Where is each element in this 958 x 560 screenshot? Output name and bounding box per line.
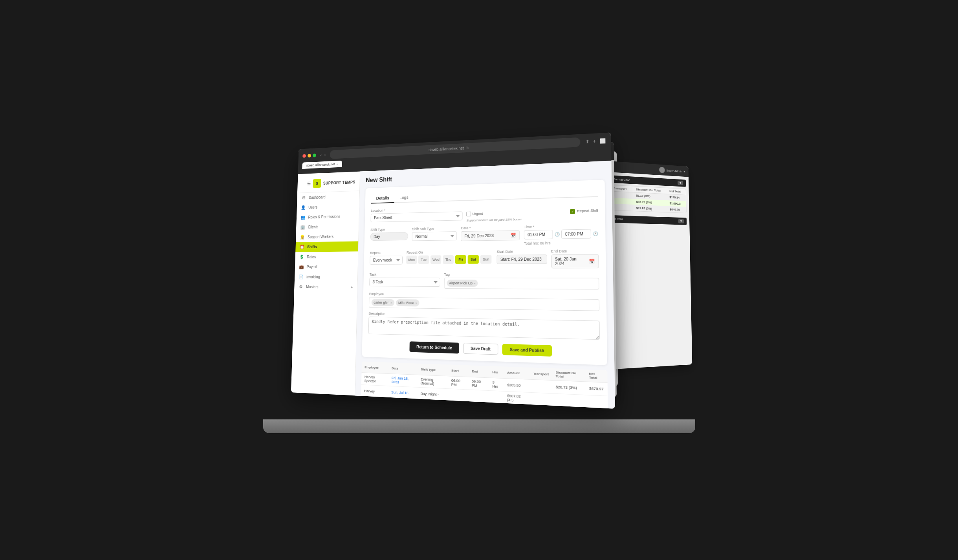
end-date-value: Sat, 20 Jan 2024	[555, 257, 587, 266]
start-date-label: Start Date	[496, 249, 547, 254]
date-link[interactable]: Fri, Jun 16, 2023	[391, 376, 408, 384]
end-date-label: End Date	[551, 249, 599, 253]
cal-end-icon[interactable]: 📅	[589, 258, 595, 264]
date-link2[interactable]: Sun, Jul 16	[391, 390, 408, 395]
support-workers-icon: 👷	[300, 235, 305, 240]
day-wed[interactable]: Wed	[430, 255, 441, 264]
cell-date: Mon, Jul 10, 2023	[388, 398, 417, 409]
shifts-icon: ⏰	[299, 245, 304, 249]
table-cell: $19.82 (3%)	[634, 205, 668, 212]
day-mon[interactable]: Mon	[406, 256, 417, 264]
sidebar-item-invoicing[interactable]: 📄 Invoicing	[294, 272, 357, 282]
employee-name-carter: carter glen	[374, 300, 389, 304]
save-draft-button[interactable]: Save Draft	[463, 343, 498, 355]
window-controls	[302, 154, 316, 158]
col-amount: Amount	[504, 366, 529, 379]
tab-close[interactable]: ×	[336, 163, 338, 166]
sidebar-item-shifts[interactable]: ⏰ Shifts	[295, 241, 358, 252]
return-to-schedule-button[interactable]: Return to Schedule	[409, 341, 459, 353]
sidebar-label-shifts: Shifts	[307, 245, 317, 249]
date-link3[interactable]: Mon, Jul 10, 2023	[391, 401, 410, 409]
location-select[interactable]: Park Street	[370, 211, 462, 222]
shift-sub-type-select[interactable]: Normal	[412, 231, 457, 241]
col-employee: Employee	[361, 361, 388, 373]
tag-pill-airport: Airport Pick Up ×	[447, 280, 478, 287]
col-end: End	[468, 365, 489, 378]
cell-amount: $507.82 (4.5	[504, 391, 530, 405]
shift-type-value: Day	[370, 232, 408, 241]
col-transport: Transport	[529, 368, 552, 381]
tag-remove-airport[interactable]: ×	[474, 282, 476, 285]
sidebar-item-clients[interactable]: 🏢 Clients	[296, 221, 359, 232]
app-layout: ☰ S SUPPORT TEMPS ⊞ Dashboard 👤 Users 👥	[291, 161, 615, 408]
employees-container[interactable]: carter glen × Mike Rose ×	[369, 297, 599, 311]
day-sat[interactable]: Sat	[467, 255, 478, 264]
sidebar-item-rates[interactable]: 💲 Rates	[295, 251, 358, 262]
minimize-dot[interactable]	[308, 154, 311, 158]
masters-icon: ⚙	[298, 284, 303, 289]
employee-pill-carter: carter glen ×	[371, 299, 394, 306]
logo-area: ☰ S SUPPORT TEMPS	[297, 174, 359, 193]
day-sun[interactable]: Sun	[480, 255, 491, 264]
start-date-input[interactable]: Start: Fri, 29 Dec 2023	[496, 254, 547, 264]
tag-label: Tag	[444, 273, 599, 277]
time-end-input[interactable]	[561, 229, 591, 239]
repeat-group: Repeat Every week	[370, 251, 403, 265]
sidebar-item-payroll[interactable]: 💼 Payroll	[295, 262, 357, 272]
day-fri[interactable]: Fri	[455, 255, 466, 264]
nav-arrows[interactable]: ‹ ›	[320, 152, 326, 158]
tab-logs[interactable]: Logs	[394, 192, 413, 203]
close-dot[interactable]	[302, 154, 306, 158]
users-icon: 👤	[300, 205, 306, 210]
sidebar-label-dashboard: Dashboard	[308, 195, 325, 200]
repeat-shift-checkbox[interactable]: ✓	[570, 209, 575, 214]
cell-date: Fri, Jun 16, 2023	[388, 374, 418, 388]
cell-amount: $82.00	[504, 404, 530, 409]
urgent-checkbox[interactable]	[466, 212, 471, 216]
employee-remove-mike[interactable]: ×	[415, 301, 417, 305]
cell-net: $82.00	[586, 408, 608, 409]
task-select[interactable]: 3 Task	[369, 278, 440, 287]
browser-tab-active[interactable]: stweb.alliancetek.net ×	[302, 161, 342, 169]
action-buttons: Return to Schedule Save Draft Save and P…	[368, 340, 600, 358]
cell-date: Sun, Jul 16	[388, 386, 418, 400]
browser-icons: ⬆ + ⬜	[585, 138, 606, 145]
repeat-select[interactable]: Every week	[370, 256, 403, 265]
tags-container[interactable]: Airport Pick Up ×	[444, 278, 599, 289]
cell-start: 06:00 PM	[448, 376, 468, 390]
tab-details[interactable]: Details	[371, 193, 394, 204]
date-value: Fri, 29 Dec 2023	[464, 234, 493, 238]
cell-discount: $20.73 (3%)	[552, 381, 586, 395]
cell-amount: $205.50	[504, 379, 529, 393]
calendar-icon[interactable]: 📅	[510, 233, 516, 238]
hamburger-icon[interactable]: ☰	[307, 181, 311, 186]
sidebar-item-roles[interactable]: 👥 Roles & Permissions	[296, 211, 359, 222]
sidebar-label-payroll: Payroll	[306, 265, 317, 269]
day-tue[interactable]: Tue	[418, 255, 429, 264]
description-textarea[interactable]: Kindly Refer prescription file attached …	[368, 317, 600, 340]
repeat-label: Repeat	[370, 251, 403, 254]
employee-pill-mike: Mike Rose ×	[396, 299, 419, 307]
save-publish-button[interactable]: Save and Publish	[502, 344, 551, 357]
cell-start	[448, 389, 468, 403]
main-screen: ‹ › stweb.alliancetek.net ↻ ⬆ + ⬜ stweb.…	[291, 132, 615, 408]
clock-start-icon: 🕐	[554, 232, 559, 237]
start-date-value: Start: Fri, 29 Dec 2023	[500, 257, 541, 262]
repeat-shift-label: Repeat Shift	[577, 209, 598, 213]
date-input[interactable]: Fri, 29 Dec 2023 📅	[461, 230, 520, 241]
form-row-1: Location * Park Street Urgent Support wo…	[370, 203, 598, 224]
cell-net	[586, 395, 608, 409]
sidebar-item-masters[interactable]: ⚙ Masters ▶	[294, 282, 357, 293]
shift-sub-type-group: Shift Sub Type Normal	[412, 226, 457, 241]
employee-remove-carter[interactable]: ×	[390, 301, 392, 304]
cell-shift-type: Day (Normal)	[417, 400, 448, 409]
maximize-dot[interactable]	[313, 154, 316, 157]
invoicing-icon: 📄	[299, 275, 304, 279]
total-hrs-text: Total hrs: 06 hrs	[524, 240, 598, 245]
dashboard-icon: ⊞	[301, 195, 306, 200]
sidebar-item-support-workers[interactable]: 👷 Support Workers	[296, 231, 359, 242]
end-date-input[interactable]: Sat, 20 Jan 2024 📅	[551, 254, 599, 268]
day-thu[interactable]: Thu	[443, 255, 454, 264]
time-start-input[interactable]	[524, 230, 553, 240]
clock-end-icon: 🕐	[593, 231, 598, 236]
